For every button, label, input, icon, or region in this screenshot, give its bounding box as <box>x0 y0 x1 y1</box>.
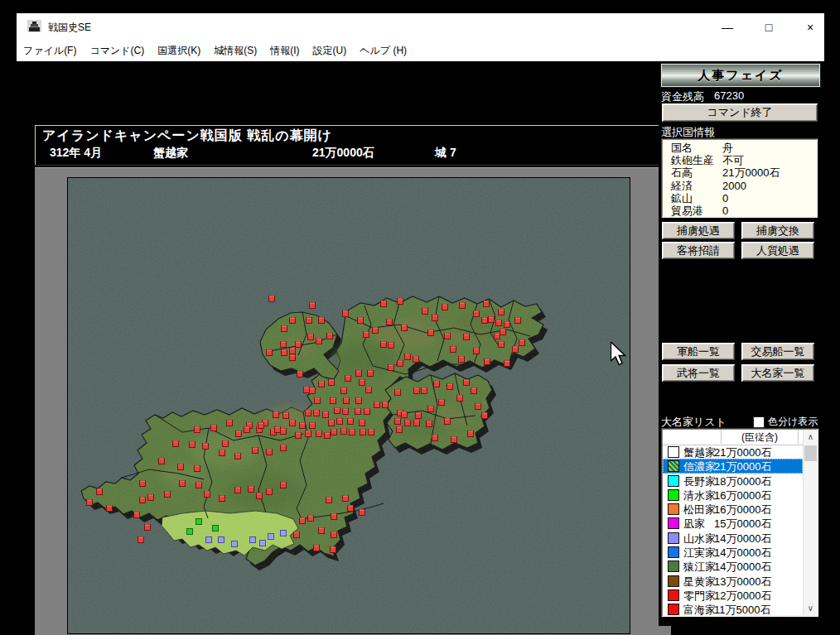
castle-marker-red[interactable] <box>348 419 354 425</box>
castle-marker-red[interactable] <box>140 481 146 487</box>
castle-marker-red[interactable] <box>308 516 314 522</box>
castle-marker-red[interactable] <box>489 317 495 323</box>
castle-marker-red[interactable] <box>249 487 254 493</box>
castle-marker-red[interactable] <box>203 444 209 450</box>
daimyo-row[interactable]: 零門家12万0000石 <box>663 588 803 602</box>
castle-marker-red[interactable] <box>294 532 300 538</box>
castle-marker-red[interactable] <box>300 518 306 524</box>
castle-marker-red[interactable] <box>281 429 287 435</box>
castle-marker-purple[interactable] <box>219 537 224 543</box>
castle-marker-red[interactable] <box>387 320 393 325</box>
castle-marker-red[interactable] <box>159 459 165 464</box>
castle-marker-red[interactable] <box>499 342 504 348</box>
castle-marker-red[interactable] <box>235 488 241 493</box>
castle-marker-red[interactable] <box>471 388 477 394</box>
castle-marker-red[interactable] <box>325 433 331 439</box>
scroll-up-icon[interactable]: ∧ <box>804 430 818 444</box>
castle-marker-red[interactable] <box>273 412 279 418</box>
castle-marker-red[interactable] <box>389 343 394 349</box>
daimyo-row[interactable]: 江実家14万0000石 <box>663 545 803 559</box>
castle-marker-green[interactable] <box>196 519 202 525</box>
castle-marker-red[interactable] <box>220 496 225 502</box>
menu-item-6[interactable]: 設定(U) <box>307 40 354 58</box>
castle-marker-red[interactable] <box>389 365 394 371</box>
castle-marker-purple[interactable] <box>232 541 238 547</box>
castle-marker-red[interactable] <box>223 441 229 447</box>
castle-marker-red[interactable] <box>310 388 316 394</box>
castle-marker-red[interactable] <box>319 528 325 534</box>
title-bar[interactable]: 戦国史SE — □ × <box>17 13 824 40</box>
daimyo-row[interactable]: 松田家16万0000石 <box>663 502 803 516</box>
castle-marker-red[interactable] <box>290 355 296 361</box>
daimyo-row[interactable]: 蟹越家21万0000石 <box>663 445 803 459</box>
castle-marker-red[interactable] <box>310 423 316 429</box>
menu-item-7[interactable]: ヘルプ (H) <box>353 40 413 58</box>
scroll-thumb[interactable] <box>804 445 817 461</box>
end-command-button[interactable]: コマンド終了 <box>662 103 818 122</box>
castle-marker-red[interactable] <box>329 380 335 386</box>
castle-marker-red[interactable] <box>307 318 312 324</box>
castle-marker-red[interactable] <box>331 532 337 538</box>
castle-marker-red[interactable] <box>281 342 287 348</box>
castle-marker-red[interactable] <box>282 350 287 356</box>
castle-marker-red[interactable] <box>366 387 372 393</box>
castle-marker-red[interactable] <box>180 481 186 487</box>
castle-marker-red[interactable] <box>422 309 428 315</box>
castle-marker-purple[interactable] <box>250 537 256 543</box>
castle-marker-red[interactable] <box>190 442 196 448</box>
castle-marker-red[interactable] <box>360 430 366 435</box>
castle-marker-red[interactable] <box>484 301 490 307</box>
castle-marker-red[interactable] <box>315 398 321 404</box>
castle-marker-red[interactable] <box>432 315 438 321</box>
castle-marker-red[interactable] <box>402 325 408 331</box>
castle-marker-red[interactable] <box>442 305 448 310</box>
daimyo-row[interactable]: 清水家16万0000石 <box>663 488 803 502</box>
castle-marker-red[interactable] <box>504 361 510 367</box>
castle-marker-red[interactable] <box>331 430 337 435</box>
castle-marker-red[interactable] <box>343 311 349 317</box>
castle-marker-red[interactable] <box>445 419 451 425</box>
castle-marker-red[interactable] <box>348 506 354 512</box>
castle-marker-red[interactable] <box>356 398 362 404</box>
castle-marker-red[interactable] <box>211 426 217 431</box>
castle-marker-red[interactable] <box>360 421 365 426</box>
castle-marker-red[interactable] <box>290 349 296 354</box>
castle-marker-red[interactable] <box>145 525 151 531</box>
list-button-4[interactable]: 大名家一覧 <box>741 364 814 382</box>
castle-marker-red[interactable] <box>97 489 103 495</box>
castle-marker-red[interactable] <box>369 430 374 435</box>
castle-marker-purple[interactable] <box>260 541 266 546</box>
minimize-button[interactable]: — <box>711 18 744 36</box>
castle-marker-red[interactable] <box>496 320 502 326</box>
castle-marker-red[interactable] <box>364 409 370 415</box>
castle-marker-red[interactable] <box>414 388 420 394</box>
castle-marker-red[interactable] <box>482 318 488 324</box>
castle-marker-red[interactable] <box>464 380 470 386</box>
castle-marker-red[interactable] <box>495 334 500 339</box>
list-button-1[interactable]: 軍船一覧 <box>662 343 735 360</box>
castle-marker-red[interactable] <box>173 441 179 447</box>
castle-marker-red[interactable] <box>459 357 465 363</box>
daimyo-row[interactable]: 山水家14万0000石 <box>663 531 803 545</box>
castle-marker-red[interactable] <box>281 483 287 488</box>
castle-marker-red[interactable] <box>460 303 466 309</box>
castle-marker-red[interactable] <box>343 409 349 415</box>
castle-marker-red[interactable] <box>178 464 184 470</box>
castle-marker-red[interactable] <box>282 326 287 332</box>
castle-marker-red[interactable] <box>383 402 389 408</box>
castle-marker-red[interactable] <box>331 398 336 404</box>
color-display-checkbox[interactable] <box>753 416 765 428</box>
castle-marker-red[interactable] <box>405 421 411 426</box>
castle-marker-red[interactable] <box>304 387 310 393</box>
castle-marker-red[interactable] <box>364 332 369 338</box>
castle-marker-green[interactable] <box>213 526 219 532</box>
castle-marker-red[interactable] <box>300 423 306 429</box>
daimyo-row[interactable]: 星黄家13万0000石 <box>663 574 803 588</box>
castle-marker-red[interactable] <box>368 371 374 377</box>
list-scrollbar[interactable]: ∧ ∨ <box>803 430 818 615</box>
castle-marker-red[interactable] <box>474 311 480 317</box>
list-button-2[interactable]: 交易船一覧 <box>741 343 814 360</box>
castle-marker-red[interactable] <box>331 547 336 553</box>
castle-marker-red[interactable] <box>297 372 303 378</box>
castle-marker-red[interactable] <box>267 489 273 495</box>
